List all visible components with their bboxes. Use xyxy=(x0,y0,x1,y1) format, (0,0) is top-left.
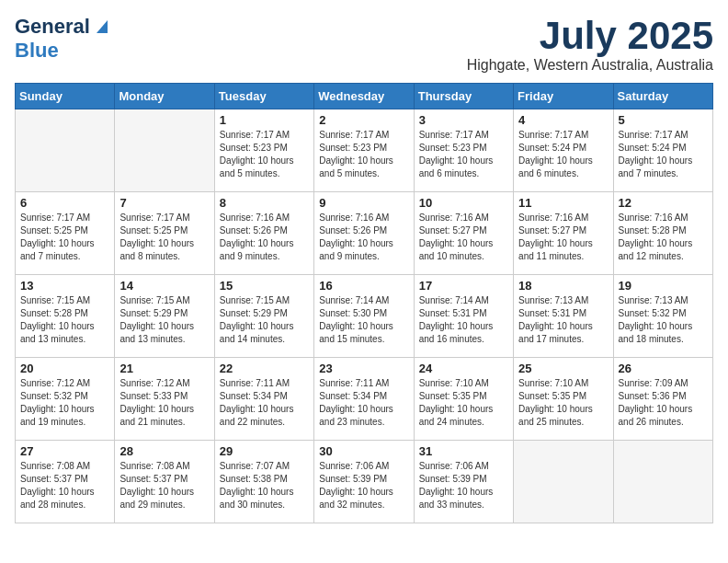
cell-info: Sunrise: 7:15 AMSunset: 5:28 PMDaylight:… xyxy=(20,294,109,346)
weekday-header-cell: Friday xyxy=(514,84,613,109)
calendar-cell: 26Sunrise: 7:09 AMSunset: 5:36 PMDayligh… xyxy=(613,358,712,441)
calendar-cell: 7Sunrise: 7:17 AMSunset: 5:25 PMDaylight… xyxy=(115,192,214,275)
cell-info: Sunrise: 7:10 AMSunset: 5:35 PMDaylight:… xyxy=(518,377,608,429)
calendar-cell: 25Sunrise: 7:10 AMSunset: 5:35 PMDayligh… xyxy=(514,358,613,441)
calendar-table: SundayMondayTuesdayWednesdayThursdayFrid… xyxy=(15,83,713,523)
cell-info: Sunrise: 7:12 AMSunset: 5:32 PMDaylight:… xyxy=(20,377,109,429)
cell-info: Sunrise: 7:17 AMSunset: 5:23 PMDaylight:… xyxy=(419,129,508,180)
cell-info: Sunrise: 7:15 AMSunset: 5:29 PMDaylight:… xyxy=(220,294,309,346)
day-number: 13 xyxy=(20,279,109,293)
day-number: 4 xyxy=(518,113,608,127)
calendar-cell: 17Sunrise: 7:14 AMSunset: 5:31 PMDayligh… xyxy=(414,275,513,358)
cell-info: Sunrise: 7:17 AMSunset: 5:25 PMDaylight:… xyxy=(20,212,109,263)
calendar-week-row: 6Sunrise: 7:17 AMSunset: 5:25 PMDaylight… xyxy=(16,192,713,275)
day-number: 3 xyxy=(419,113,508,127)
day-number: 5 xyxy=(619,113,708,127)
calendar-cell xyxy=(115,109,214,192)
calendar-cell xyxy=(16,109,115,192)
weekday-header-cell: Thursday xyxy=(414,84,513,109)
logo-general: General xyxy=(15,15,90,39)
day-number: 24 xyxy=(419,362,508,375)
calendar-cell: 21Sunrise: 7:12 AMSunset: 5:33 PMDayligh… xyxy=(115,358,214,441)
calendar-week-row: 20Sunrise: 7:12 AMSunset: 5:32 PMDayligh… xyxy=(16,358,713,441)
cell-info: Sunrise: 7:14 AMSunset: 5:31 PMDaylight:… xyxy=(419,294,508,346)
cell-info: Sunrise: 7:11 AMSunset: 5:34 PMDaylight:… xyxy=(220,377,309,429)
cell-info: Sunrise: 7:13 AMSunset: 5:32 PMDaylight:… xyxy=(619,294,708,346)
day-number: 30 xyxy=(319,444,408,458)
calendar-cell: 31Sunrise: 7:06 AMSunset: 5:39 PMDayligh… xyxy=(414,441,513,523)
calendar-cell: 9Sunrise: 7:16 AMSunset: 5:26 PMDaylight… xyxy=(314,192,414,275)
cell-info: Sunrise: 7:17 AMSunset: 5:24 PMDaylight:… xyxy=(619,129,708,180)
day-number: 27 xyxy=(20,444,109,458)
cell-info: Sunrise: 7:15 AMSunset: 5:29 PMDaylight:… xyxy=(119,294,209,346)
logo-icon xyxy=(93,17,111,35)
day-number: 22 xyxy=(220,362,309,375)
weekday-header-cell: Saturday xyxy=(613,84,712,109)
weekday-header-cell: Tuesday xyxy=(214,84,313,109)
location-title: Highgate, Western Australia, Australia xyxy=(467,57,713,74)
day-number: 2 xyxy=(319,113,408,127)
calendar-cell: 6Sunrise: 7:17 AMSunset: 5:25 PMDaylight… xyxy=(16,192,115,275)
weekday-header-cell: Sunday xyxy=(16,84,115,109)
cell-info: Sunrise: 7:06 AMSunset: 5:39 PMDaylight:… xyxy=(319,460,408,511)
day-number: 7 xyxy=(119,196,209,210)
calendar-cell: 12Sunrise: 7:16 AMSunset: 5:28 PMDayligh… xyxy=(613,192,712,275)
calendar-week-row: 1Sunrise: 7:17 AMSunset: 5:23 PMDaylight… xyxy=(16,109,713,192)
day-number: 14 xyxy=(119,279,209,293)
cell-info: Sunrise: 7:11 AMSunset: 5:34 PMDaylight:… xyxy=(319,377,408,429)
calendar-cell: 29Sunrise: 7:07 AMSunset: 5:38 PMDayligh… xyxy=(214,441,313,523)
logo-blue: Blue xyxy=(15,39,59,62)
day-number: 28 xyxy=(119,444,209,458)
calendar-cell: 22Sunrise: 7:11 AMSunset: 5:34 PMDayligh… xyxy=(214,358,313,441)
day-number: 23 xyxy=(319,362,408,375)
day-number: 25 xyxy=(518,362,608,375)
calendar-cell: 16Sunrise: 7:14 AMSunset: 5:30 PMDayligh… xyxy=(314,275,414,358)
cell-info: Sunrise: 7:16 AMSunset: 5:28 PMDaylight:… xyxy=(619,212,708,263)
day-number: 21 xyxy=(119,362,209,375)
day-number: 1 xyxy=(220,113,309,127)
day-number: 15 xyxy=(220,279,309,293)
title-area: July 2025 Highgate, Western Australia, A… xyxy=(467,15,713,74)
calendar-week-row: 13Sunrise: 7:15 AMSunset: 5:28 PMDayligh… xyxy=(16,275,713,358)
cell-info: Sunrise: 7:17 AMSunset: 5:23 PMDaylight:… xyxy=(319,129,408,180)
day-number: 8 xyxy=(220,196,309,210)
calendar-cell: 5Sunrise: 7:17 AMSunset: 5:24 PMDaylight… xyxy=(613,109,712,192)
calendar-body: 1Sunrise: 7:17 AMSunset: 5:23 PMDaylight… xyxy=(16,109,713,523)
cell-info: Sunrise: 7:08 AMSunset: 5:37 PMDaylight:… xyxy=(119,460,209,511)
calendar-cell: 3Sunrise: 7:17 AMSunset: 5:23 PMDaylight… xyxy=(414,109,513,192)
cell-info: Sunrise: 7:13 AMSunset: 5:31 PMDaylight:… xyxy=(518,294,608,346)
cell-info: Sunrise: 7:09 AMSunset: 5:36 PMDaylight:… xyxy=(619,377,708,429)
calendar-cell: 30Sunrise: 7:06 AMSunset: 5:39 PMDayligh… xyxy=(314,441,414,523)
cell-info: Sunrise: 7:16 AMSunset: 5:26 PMDaylight:… xyxy=(220,212,309,263)
cell-info: Sunrise: 7:17 AMSunset: 5:25 PMDaylight:… xyxy=(119,212,209,263)
calendar-cell: 11Sunrise: 7:16 AMSunset: 5:27 PMDayligh… xyxy=(514,192,613,275)
cell-info: Sunrise: 7:08 AMSunset: 5:37 PMDaylight:… xyxy=(20,460,109,511)
day-number: 10 xyxy=(419,196,508,210)
weekday-header-row: SundayMondayTuesdayWednesdayThursdayFrid… xyxy=(16,84,713,109)
cell-info: Sunrise: 7:16 AMSunset: 5:27 PMDaylight:… xyxy=(419,212,508,263)
calendar-cell: 8Sunrise: 7:16 AMSunset: 5:26 PMDaylight… xyxy=(214,192,313,275)
cell-info: Sunrise: 7:10 AMSunset: 5:35 PMDaylight:… xyxy=(419,377,508,429)
calendar-cell: 10Sunrise: 7:16 AMSunset: 5:27 PMDayligh… xyxy=(414,192,513,275)
weekday-header-cell: Monday xyxy=(115,84,214,109)
cell-info: Sunrise: 7:16 AMSunset: 5:26 PMDaylight:… xyxy=(319,212,408,263)
day-number: 6 xyxy=(20,196,109,210)
day-number: 17 xyxy=(419,279,508,293)
logo: General Blue xyxy=(15,15,111,63)
calendar-cell: 28Sunrise: 7:08 AMSunset: 5:37 PMDayligh… xyxy=(115,441,214,523)
cell-info: Sunrise: 7:07 AMSunset: 5:38 PMDaylight:… xyxy=(220,460,309,511)
cell-info: Sunrise: 7:14 AMSunset: 5:30 PMDaylight:… xyxy=(319,294,408,346)
svg-marker-0 xyxy=(97,20,108,33)
calendar-cell: 20Sunrise: 7:12 AMSunset: 5:32 PMDayligh… xyxy=(16,358,115,441)
day-number: 26 xyxy=(619,362,708,375)
cell-info: Sunrise: 7:17 AMSunset: 5:24 PMDaylight:… xyxy=(518,129,608,180)
day-number: 20 xyxy=(20,362,109,375)
day-number: 12 xyxy=(619,196,708,210)
day-number: 31 xyxy=(419,444,508,458)
calendar-cell xyxy=(613,441,712,523)
calendar-cell: 19Sunrise: 7:13 AMSunset: 5:32 PMDayligh… xyxy=(613,275,712,358)
calendar-cell: 1Sunrise: 7:17 AMSunset: 5:23 PMDaylight… xyxy=(214,109,313,192)
cell-info: Sunrise: 7:16 AMSunset: 5:27 PMDaylight:… xyxy=(518,212,608,263)
day-number: 9 xyxy=(319,196,408,210)
calendar-cell xyxy=(514,441,613,523)
